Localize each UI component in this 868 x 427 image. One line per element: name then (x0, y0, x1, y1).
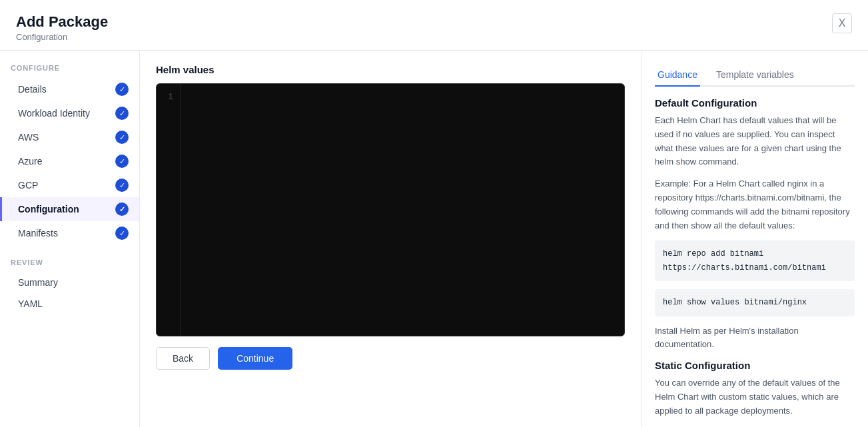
default-config-text1: Each Helm Chart has default values that … (655, 114, 855, 169)
tab-template-variables[interactable]: Template variables (713, 64, 797, 87)
review-section: REVIEW Summary YAML (0, 258, 139, 314)
sidebar-item-label: Configuration (18, 204, 79, 214)
code-textarea[interactable] (181, 84, 624, 336)
sidebar-item-summary[interactable]: Summary (0, 272, 139, 293)
sidebar-item-details[interactable]: Details ✓ (0, 77, 139, 101)
sidebar-item-yaml[interactable]: YAML (0, 293, 139, 314)
configure-section-label: CONFIGURE (0, 64, 139, 77)
section-title: Helm values (156, 64, 625, 75)
check-icon-details: ✓ (115, 83, 129, 96)
close-button[interactable]: X (832, 13, 852, 33)
sidebar-item-manifests[interactable]: Manifests ✓ (0, 221, 139, 245)
sidebar-item-label: GCP (18, 180, 38, 191)
sidebar-item-label: Summary (18, 277, 58, 288)
code-block-2: helm show values bitnami/nginx (655, 289, 855, 316)
sidebar-item-gcp[interactable]: GCP ✓ (0, 173, 139, 197)
default-config-text2: Example: For a Helm Chart called nginx i… (655, 177, 855, 232)
tab-guidance[interactable]: Guidance (655, 64, 700, 87)
code-editor[interactable]: 1 (156, 83, 625, 336)
sidebar-item-label: Workload Identity (18, 108, 90, 119)
sidebar-item-label: YAML (18, 298, 43, 309)
modal-header: Add Package Configuration X (0, 0, 868, 51)
default-config-text3: Install Helm as per Helm's installation … (655, 324, 855, 352)
review-section-label: REVIEW (0, 258, 139, 272)
modal-body: CONFIGURE Details ✓ Workload Identity ✓ … (0, 51, 868, 427)
sidebar-item-aws[interactable]: AWS ✓ (0, 125, 139, 149)
back-button[interactable]: Back (156, 347, 210, 370)
check-icon-configuration: ✓ (115, 203, 129, 216)
static-config-title: Static Configuration (655, 360, 855, 371)
static-config-text1: You can override any of the default valu… (655, 376, 855, 418)
action-bar: Back Continue (156, 347, 625, 370)
right-panel: Guidance Template variables Default Conf… (642, 51, 868, 424)
sidebar-item-workload-identity[interactable]: Workload Identity ✓ (0, 101, 139, 125)
check-icon-azure: ✓ (115, 155, 129, 168)
sidebar-item-configuration[interactable]: Configuration ✓ (0, 197, 139, 221)
sidebar-item-label: Manifests (18, 228, 58, 238)
sidebar-item-label: Azure (18, 156, 43, 167)
check-icon-aws: ✓ (115, 131, 129, 144)
code-block-1: helm repo add bitnami https://charts.bit… (655, 240, 855, 281)
modal-container: Add Package Configuration X CONFIGURE De… (0, 0, 868, 427)
check-icon-manifests: ✓ (115, 226, 129, 240)
default-config-title: Default Configuration (655, 97, 855, 109)
tabs-row: Guidance Template variables (655, 64, 855, 87)
sidebar-item-azure[interactable]: Azure ✓ (0, 149, 139, 173)
main-content: Helm values 1 Back Continue (140, 51, 642, 427)
line-numbers: 1 (157, 84, 181, 336)
modal-subtitle: Configuration (16, 32, 852, 42)
sidebar-item-label: Details (18, 84, 47, 95)
modal-title: Add Package (16, 13, 852, 31)
check-icon-workload: ✓ (115, 107, 129, 120)
check-icon-gcp: ✓ (115, 179, 129, 192)
continue-button[interactable]: Continue (218, 347, 292, 370)
sidebar-item-label: AWS (18, 132, 39, 143)
sidebar: CONFIGURE Details ✓ Workload Identity ✓ … (0, 51, 140, 427)
